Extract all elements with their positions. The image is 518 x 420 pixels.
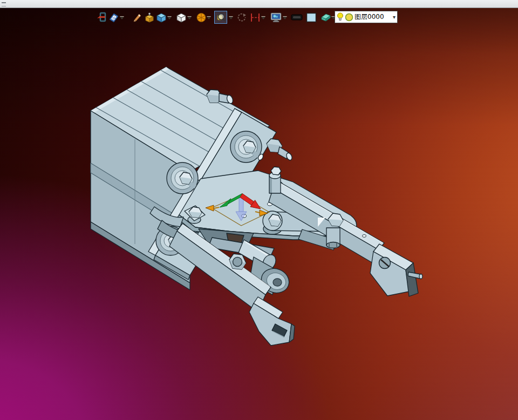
chevron-down-icon[interactable]: ▾	[393, 14, 396, 20]
shaded-cube-icon[interactable]	[155, 11, 167, 23]
window-menu-mark[interactable]	[2, 2, 6, 6]
dropdown-chevron[interactable]	[167, 16, 172, 20]
dimension-icon[interactable]	[249, 11, 261, 23]
lower-jaw[interactable]	[249, 297, 295, 346]
pencil-icon[interactable]	[131, 11, 143, 23]
orange-sphere-icon[interactable]	[195, 11, 207, 23]
upper-jaw[interactable]	[370, 244, 422, 296]
dropdown-chevron[interactable]	[261, 16, 266, 20]
window-top-strip	[0, 0, 518, 8]
pinned-box-icon[interactable]	[144, 11, 155, 23]
model-viewport[interactable]	[0, 0, 518, 420]
lightbulb-icon[interactable]	[337, 12, 344, 22]
upper-pivot-post[interactable]	[269, 167, 281, 193]
dropdown-chevron[interactable]	[187, 16, 192, 20]
dropdown-chevron[interactable]	[229, 16, 234, 20]
cad-application-window: 图层0000 ▾	[0, 0, 518, 420]
render-display-icon[interactable]	[270, 11, 282, 23]
dropdown-chevron[interactable]	[283, 16, 288, 20]
line-weight-icon[interactable]	[291, 11, 303, 23]
color-swatch-icon[interactable]	[305, 11, 317, 23]
magnify-part-icon[interactable]	[215, 11, 227, 23]
exit-icon[interactable]	[96, 11, 107, 23]
rotate-view-icon[interactable]	[236, 11, 248, 23]
layer-color-icon[interactable]	[345, 13, 353, 22]
lower-arm-nut[interactable]	[229, 254, 246, 269]
dropdown-chevron[interactable]	[120, 16, 125, 20]
dropdown-chevron[interactable]	[207, 16, 212, 20]
eraser-icon[interactable]	[319, 11, 331, 23]
layer-selector[interactable]: 图层0000 ▾	[335, 11, 398, 23]
wireframe-cube-icon[interactable]	[175, 11, 187, 23]
drawing-board-icon[interactable]	[108, 11, 120, 23]
layer-selector-value: 图层0000	[355, 12, 384, 22]
side-plug-lower[interactable]	[267, 139, 293, 161]
